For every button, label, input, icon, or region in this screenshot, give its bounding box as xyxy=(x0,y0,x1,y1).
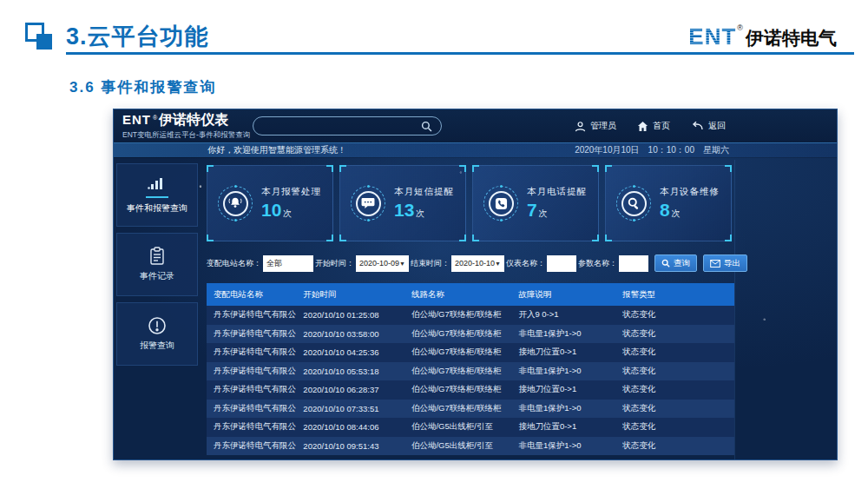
table-cell: 丹东伊诺特电气有限公司 xyxy=(207,403,296,414)
envelope-icon xyxy=(710,260,720,268)
table-cell: 伯公坳/G7联络柜/联络柜 xyxy=(404,347,511,358)
app-subtitle: ENT变电所运维云平台-事件和报警查询 xyxy=(122,130,250,141)
phone-icon xyxy=(483,186,518,221)
query-button[interactable]: 查询 xyxy=(654,254,697,272)
user-label: 管理员 xyxy=(590,120,616,132)
bar-chart-icon xyxy=(147,176,168,192)
table-cell: 2020/10/10 04:25:36 xyxy=(296,347,404,357)
table-cell: 接地刀位置0->1 xyxy=(511,347,615,358)
registered-mark-icon: ® xyxy=(737,23,743,32)
table-row[interactable]: 丹东伊诺特电气有限公司2020/10/10 06:28:37伯公坳/G7联络柜/… xyxy=(207,380,734,400)
table-cell: 状态变化 xyxy=(615,421,734,433)
column-header: 变配电站名称 xyxy=(207,289,296,301)
table-cell: 丹东伊诺特电气有限公司 xyxy=(207,328,296,340)
main-content: 本月报警处理 10次 本月短信提醒 13次 xyxy=(207,160,734,459)
stat-card-phone-reminders: 本月电话提醒 7次 xyxy=(472,165,599,241)
stat-value: 10 xyxy=(261,200,281,221)
section-subtitle: 3.6 事件和报警查询 xyxy=(69,77,216,97)
bell-icon xyxy=(218,186,253,221)
user-icon xyxy=(575,121,586,132)
active-underline xyxy=(146,196,168,198)
ent-logo: ENT xyxy=(688,23,736,50)
alarm-table: 变配电站名称 开始时间 线路名称 故障说明 报警类型 丹东伊诺特电气有限公司20… xyxy=(207,283,734,455)
table-cell: 非电量1保护1->0 xyxy=(511,366,615,377)
param-name-input[interactable] xyxy=(619,255,648,272)
table-cell: 伯公坳/G5出线柜/引至 xyxy=(404,440,511,452)
stat-label: 本月短信提醒 xyxy=(394,186,454,198)
start-date-select[interactable]: 2020-10-09 ▼ xyxy=(356,255,409,272)
stat-unit: 次 xyxy=(672,208,681,220)
chevron-down-icon: ▼ xyxy=(495,261,501,267)
user-menu[interactable]: 管理员 xyxy=(575,120,616,132)
table-cell: 2020/10/10 06:28:37 xyxy=(296,385,404,394)
datetime-text: 2020年10月10日 10：10：00 星期六 xyxy=(575,144,729,156)
back-arrow-icon xyxy=(691,121,704,131)
table-cell: 2020/10/10 09:51:43 xyxy=(296,441,404,451)
stat-card-sms-reminders: 本月短信提醒 13次 xyxy=(339,165,466,241)
table-row[interactable]: 丹东伊诺特电气有限公司2020/10/10 09:51:43伯公坳/G5出线柜/… xyxy=(207,437,734,456)
end-time-label: 结束时间： xyxy=(411,258,450,269)
table-row[interactable]: 丹东伊诺特电气有限公司2020/10/10 04:25:36伯公坳/G7联络柜/… xyxy=(207,343,734,362)
stat-card-equipment-repair: 本月设备维修 8次 xyxy=(605,165,732,241)
table-cell: 丹东伊诺特电气有限公司 xyxy=(207,309,296,320)
welcome-bar: 你好，欢迎使用智慧能源管理系统！ 2020年10月10日 10：10：00 星期… xyxy=(114,142,837,158)
table-cell: 伯公坳/G7联络柜/联络柜 xyxy=(404,366,511,377)
meter-name-input[interactable] xyxy=(547,255,576,272)
table-cell: 丹东伊诺特电气有限公司 xyxy=(207,421,296,433)
app-title: 伊诺特仪表 xyxy=(159,111,228,129)
table-cell: 非电量1保护1->0 xyxy=(511,328,615,340)
table-cell: 2020/10/10 05:53:18 xyxy=(296,367,404,376)
table-cell: 2020/10/10 08:44:06 xyxy=(296,422,404,432)
back-button[interactable]: 返回 xyxy=(691,120,726,132)
table-cell: 非电量1保护1->0 xyxy=(511,440,615,452)
sidebar-item-alarm-query[interactable]: 报警查询 xyxy=(116,302,198,366)
table-cell: 状态变化 xyxy=(615,309,734,320)
stat-value: 8 xyxy=(660,200,670,221)
column-header: 线路名称 xyxy=(404,289,511,301)
export-button[interactable]: 导出 xyxy=(703,254,747,272)
welcome-text: 你好，欢迎使用智慧能源管理系统！ xyxy=(207,144,346,156)
app-logo: ENT ® 伊诺特仪表 ENT变电所运维云平台-事件和报警查询 xyxy=(114,111,250,141)
table-cell: 2020/10/10 01:25:08 xyxy=(296,310,404,320)
table-cell: 状态变化 xyxy=(615,328,734,340)
end-date-select[interactable]: 2020-10-10 ▼ xyxy=(451,255,504,272)
table-cell: 接地刀位置0->1 xyxy=(511,421,615,433)
table-row[interactable]: 丹东伊诺特电气有限公司2020/10/10 03:58:00伯公坳/G7联络柜/… xyxy=(207,325,734,344)
table-cell: 丹东伊诺特电气有限公司 xyxy=(207,440,296,452)
sidebar-item-event-records[interactable]: 事件记录 xyxy=(116,233,198,296)
station-input[interactable] xyxy=(263,255,313,272)
chevron-down-icon: ▼ xyxy=(399,261,405,267)
app-header: ENT ® 伊诺特仪表 ENT变电所运维云平台-事件和报警查询 管理员 首页 返… xyxy=(114,109,837,142)
stat-card-alarm-handling: 本月报警处理 10次 xyxy=(207,165,333,241)
filter-bar: 变配电站名称： 开始时间： 2020-10-09 ▼ 结束时间： 2020-10… xyxy=(207,254,734,272)
repair-icon xyxy=(616,186,651,221)
param-name-label: 参数名称： xyxy=(578,258,617,269)
back-label: 返回 xyxy=(708,120,726,132)
table-cell: 状态变化 xyxy=(615,440,734,452)
search-input[interactable] xyxy=(253,116,442,135)
stat-label: 本月电话提醒 xyxy=(527,186,587,198)
stat-unit: 次 xyxy=(539,208,548,220)
column-header: 报警类型 xyxy=(615,289,734,301)
right-filler xyxy=(734,160,837,459)
table-cell: 状态变化 xyxy=(615,366,734,377)
table-header: 变配电站名称 开始时间 线路名称 故障说明 报警类型 xyxy=(207,283,734,306)
table-cell: 状态变化 xyxy=(615,384,734,395)
sms-icon xyxy=(351,186,385,221)
sidebar-item-event-alarm-query[interactable]: 事件和报警查询 xyxy=(116,163,198,227)
start-time-label: 开始时间： xyxy=(315,258,354,269)
slide-corner-icon xyxy=(25,23,58,56)
stat-cards: 本月报警处理 10次 本月短信提醒 13次 xyxy=(207,165,734,241)
sidebar-item-label: 事件记录 xyxy=(140,270,174,282)
table-row[interactable]: 丹东伊诺特电气有限公司2020/10/10 07:33:51伯公坳/G7联络柜/… xyxy=(207,400,734,419)
table-row[interactable]: 丹东伊诺特电气有限公司2020/10/10 01:25:08伯公坳/G7联络柜/… xyxy=(207,306,734,325)
home-icon xyxy=(637,121,648,132)
clipboard-icon xyxy=(148,247,166,266)
app-ent-logo: ENT xyxy=(122,112,151,127)
table-row[interactable]: 丹东伊诺特电气有限公司2020/10/10 08:44:06伯公坳/G5出线柜/… xyxy=(207,418,734,437)
registered-mark-icon: ® xyxy=(153,115,157,121)
slide-title: 3.云平台功能 xyxy=(66,21,209,52)
home-label: 首页 xyxy=(653,120,670,132)
table-row[interactable]: 丹东伊诺特电气有限公司2020/10/10 05:53:18伯公坳/G7联络柜/… xyxy=(207,362,734,381)
home-button[interactable]: 首页 xyxy=(637,120,670,132)
